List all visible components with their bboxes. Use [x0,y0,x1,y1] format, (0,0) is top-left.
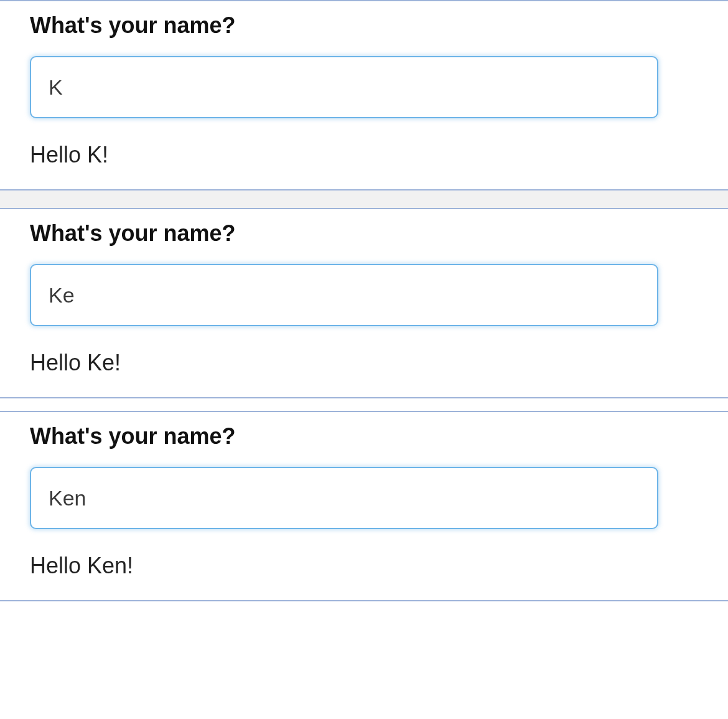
input-container [30,467,728,529]
name-prompt-label: What's your name? [30,12,728,39]
greeting-output: Hello K! [30,142,728,168]
input-container [30,56,728,118]
input-container [30,264,728,326]
name-input[interactable] [30,467,658,529]
name-input[interactable] [30,56,658,118]
panel-divider [0,190,728,208]
form-panel: What's your name? Hello Ken! [0,411,728,601]
greeting-output: Hello Ken! [30,553,728,579]
name-prompt-label: What's your name? [30,220,728,247]
form-panel: What's your name? Hello K! [0,0,728,190]
form-panel: What's your name? Hello Ke! [0,208,728,398]
name-input[interactable] [30,264,658,326]
panel-divider [0,398,728,411]
name-prompt-label: What's your name? [30,423,728,449]
greeting-output: Hello Ke! [30,350,728,376]
